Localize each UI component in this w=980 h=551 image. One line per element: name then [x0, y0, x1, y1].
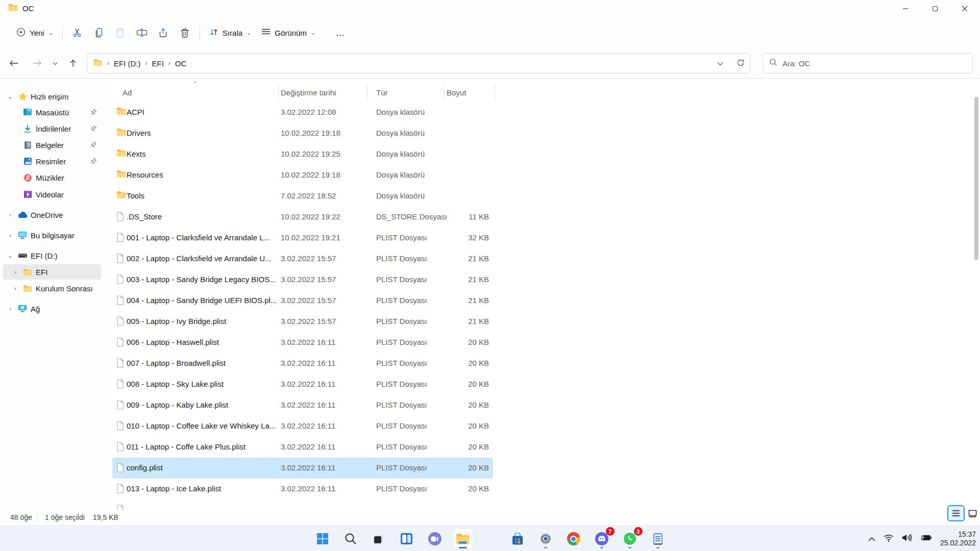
sidebar-item-this-pc[interactable]: › Bu bilgisayar: [3, 228, 101, 243]
chevron-right-icon[interactable]: ›: [6, 232, 14, 238]
discord-icon[interactable]: 7: [592, 529, 612, 549]
column-header-name[interactable]: Ad: [122, 88, 132, 97]
cut-button[interactable]: [67, 22, 88, 43]
table-row[interactable]: Kexts10.02.2022 19:25Dosya klasörü: [112, 144, 493, 165]
forward-button[interactable]: [29, 55, 46, 71]
column-header-size[interactable]: Boyut: [447, 88, 466, 97]
table-row[interactable]: 008 - Laptop - Sky Lake.plist3.02.2022 1…: [112, 374, 493, 395]
refresh-icon[interactable]: [737, 59, 745, 68]
chevron-down-icon[interactable]: ⌄: [6, 253, 14, 259]
task-view-icon[interactable]: [369, 529, 389, 549]
sidebar-item-efi-folder[interactable]: › EFI: [3, 264, 101, 280]
vertical-scrollbar[interactable]: [974, 89, 979, 502]
table-row[interactable]: Drivers10.02.2022 19:18Dosya klasörü: [112, 123, 493, 144]
breadcrumb-segment-efi[interactable]: EFI: [152, 59, 164, 68]
new-button[interactable]: Yeni ⌄: [11, 22, 58, 43]
breadcrumb-segment-drive[interactable]: EFI (D:): [114, 59, 141, 68]
file-explorer-icon[interactable]: [453, 529, 473, 549]
folder-icon: [116, 149, 127, 159]
star-icon: [17, 91, 28, 102]
sidebar-item-quick-access[interactable]: ⌄ Hızlı erişim: [3, 89, 101, 104]
search-box[interactable]: [763, 53, 973, 73]
search-icon: [769, 58, 777, 68]
back-button[interactable]: [5, 55, 22, 71]
up-button[interactable]: [64, 55, 82, 71]
table-row-partial[interactable]: [112, 499, 493, 510]
table-row[interactable]: 007 - Laptop - Broadwell.plist3.02.2022 …: [112, 353, 493, 374]
wifi-icon[interactable]: [884, 534, 894, 544]
chevron-right-icon[interactable]: ›: [6, 306, 14, 312]
column-header-type[interactable]: Tür: [376, 88, 388, 97]
search-input[interactable]: [782, 59, 951, 68]
details-view-button[interactable]: [948, 506, 964, 520]
icons-view-button[interactable]: [965, 506, 980, 520]
column-divider[interactable]: [444, 85, 444, 101]
table-row[interactable]: 009 - Laptop - Kaby Lake.plist3.02.2022 …: [112, 395, 493, 416]
chevron-right-icon[interactable]: ›: [11, 269, 19, 275]
table-row[interactable]: 003 - Laptop - Sandy Bridge Legacy BIOS.…: [112, 269, 493, 290]
recent-locations-chevron[interactable]: [49, 55, 61, 71]
column-divider[interactable]: [495, 85, 495, 101]
column-divider[interactable]: [278, 85, 279, 101]
table-row[interactable]: Tools7.02.2022 18:52Dosya klasörü: [112, 186, 493, 207]
delete-button[interactable]: [174, 22, 195, 43]
plus-circle-icon: [16, 28, 26, 38]
breadcrumb-segment-oc[interactable]: OC: [175, 59, 187, 68]
paste-button[interactable]: [110, 22, 131, 43]
taskbar-clock[interactable]: 15:37 25.02.2022: [940, 530, 976, 547]
chevron-right-icon[interactable]: ›: [11, 285, 19, 291]
table-row[interactable]: 001 - Laptop - Clarksfield ve Arrandale …: [112, 228, 493, 248]
whatsapp-icon[interactable]: 3: [620, 529, 640, 549]
volume-icon[interactable]: [902, 534, 912, 544]
sidebar-item-drive-efi-d[interactable]: ⌄ EFI (D:): [3, 248, 101, 263]
table-row[interactable]: 010 - Laptop - Coffee Lake ve Whiskey La…: [112, 416, 493, 437]
sidebar-item-documents[interactable]: Belgeler: [3, 137, 101, 153]
table-row[interactable]: 004 - Laptop - Sandy Bridge UEFI BIOS.pl…: [112, 290, 493, 311]
maximize-button[interactable]: [920, 0, 950, 17]
hidden-icons-chevron[interactable]: [868, 534, 875, 543]
sidebar-item-desktop[interactable]: Masaüstü: [3, 105, 101, 120]
sidebar-item-downloads[interactable]: İndirilenler: [3, 121, 101, 136]
table-row[interactable]: 006 - Laptop - Haswell.plist3.02.2022 16…: [112, 332, 493, 353]
table-row-selected[interactable]: config.plist3.02.2022 16:11PLIST Dosyası…: [112, 458, 493, 479]
table-row[interactable]: ACPI3.02.2022 12:08Dosya klasörü: [112, 102, 493, 123]
settings-icon[interactable]: [535, 529, 556, 549]
sidebar-item-music[interactable]: Müzikler: [3, 170, 101, 185]
notepad-icon[interactable]: [648, 529, 668, 549]
widgets-icon[interactable]: [397, 529, 417, 549]
battery-charging-icon[interactable]: [920, 534, 932, 543]
download-icon: [22, 123, 33, 134]
sidebar-item-videos[interactable]: Videolar: [3, 187, 101, 202]
view-button[interactable]: Görünüm ⌄: [256, 22, 321, 43]
share-button[interactable]: [153, 22, 174, 43]
scrollbar-thumb[interactable]: [974, 97, 978, 260]
table-row[interactable]: 005 - Laptop - Ivy Bridge.plist3.02.2022…: [112, 311, 493, 332]
column-divider[interactable]: [367, 85, 368, 101]
minimize-button[interactable]: [891, 0, 920, 17]
microsoft-store-icon[interactable]: [507, 529, 528, 549]
copy-button[interactable]: [88, 22, 110, 43]
sidebar-item-kurulum-sonrasi[interactable]: › Kurulum Sonrası: [3, 281, 101, 296]
sidebar-item-onedrive[interactable]: › OneDrive: [3, 207, 101, 222]
chrome-icon[interactable]: [564, 529, 584, 549]
table-row[interactable]: .DS_Store10.02.2022 19:22DS_STORE Dosyas…: [112, 207, 493, 228]
chat-icon[interactable]: [425, 529, 445, 549]
more-options-button[interactable]: …: [330, 22, 351, 43]
address-dropdown-chevron[interactable]: [717, 59, 723, 68]
chevron-down-icon[interactable]: ⌄: [6, 93, 14, 100]
table-row[interactable]: 011 - Laptop - Coffe Lake Plus.plist3.02…: [112, 437, 493, 458]
taskbar-search-icon[interactable]: [340, 529, 361, 549]
breadcrumb-chevron: ›: [141, 60, 152, 67]
close-button[interactable]: [950, 0, 979, 17]
sidebar-item-network[interactable]: › Ağ: [3, 301, 101, 316]
sort-button[interactable]: Sırala ⌄: [204, 22, 256, 43]
rename-button[interactable]: [131, 22, 153, 43]
sidebar-item-pictures[interactable]: Resimler: [3, 154, 101, 169]
column-header-date[interactable]: Değiştirme tarihi: [281, 88, 336, 97]
table-row[interactable]: 002 - Laptop - Clarksfield ve Arrandale …: [112, 248, 493, 269]
chevron-right-icon[interactable]: ›: [6, 212, 14, 218]
table-row[interactable]: Resources10.02.2022 19:18Dosya klasörü: [112, 165, 493, 186]
address-bar[interactable]: › EFI (D:) › EFI › OC: [87, 53, 750, 73]
start-button[interactable]: [312, 529, 333, 549]
table-row[interactable]: 013 - Laptop - Ice Lake.plist3.02.2022 1…: [112, 479, 493, 499]
